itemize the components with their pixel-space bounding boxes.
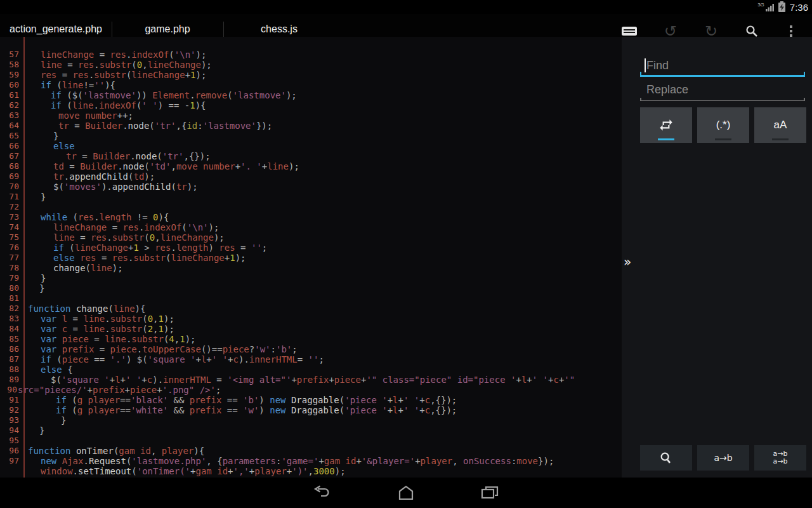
code-line: 82function change(line){ <box>0 304 622 314</box>
status-bar: 3G 7:36 <box>0 0 812 14</box>
replace-button[interactable]: a→b <box>697 445 749 471</box>
save-icon <box>621 25 638 37</box>
overflow-menu-icon <box>790 25 792 37</box>
code-line-text: else <box>23 141 622 151</box>
line-number: 81 <box>0 293 23 304</box>
code-line: 76if (lineChange+1 > res.length) res = '… <box>0 243 622 253</box>
code-line: 72 <box>0 202 622 212</box>
code-line: 83var l = line.substr(0,1); <box>0 314 622 324</box>
wrap-around-toggle[interactable] <box>640 107 692 143</box>
code-line: 65} <box>0 131 622 141</box>
find-next-button[interactable] <box>640 445 692 471</box>
code-line: 97new Ajax.Request('lastmove.php', {para… <box>0 456 622 466</box>
code-line: 93} <box>0 415 622 425</box>
line-number: 65 <box>0 131 23 141</box>
code-line: 92if (g_player=='white' && prefix == 'w'… <box>0 405 622 415</box>
line-number: 91 <box>0 395 23 405</box>
code-line-text: lineChange = res.indexOf('\n'); <box>23 50 622 60</box>
code-line-text <box>23 436 622 446</box>
code-line: 75line = res.substr(0,lineChange); <box>0 232 622 243</box>
code-line: 62if (line.indexOf(' ') == -1){ <box>0 100 622 110</box>
battery-charging-icon <box>778 3 785 12</box>
code-line-text: } <box>23 192 622 202</box>
code-line: 94} <box>0 425 622 436</box>
replace-all-button[interactable]: a→b a→b <box>754 445 806 471</box>
code-line: 79} <box>0 273 622 283</box>
code-line: 63move_number++; <box>0 110 622 121</box>
code-line-text: var prefix = piece.toUpperCase()==piece?… <box>23 344 622 354</box>
code-line-text: lineChange = res.indexOf('\n'); <box>23 222 622 232</box>
line-number: 72 <box>0 202 23 212</box>
code-line-text: window.setTimeout('onTimer('+gam_id+','+… <box>23 466 622 476</box>
line-number: 67 <box>0 151 23 161</box>
match-case-label: aA <box>774 119 787 131</box>
toggle-indicator <box>658 138 674 140</box>
line-number: 85 <box>0 334 23 344</box>
line-number: 78 <box>0 263 23 273</box>
home-button[interactable] <box>393 483 419 503</box>
code-line-text: move_number++; <box>23 110 622 121</box>
regex-label: (.*) <box>716 119 731 131</box>
code-line: 91if (g_player=='black' && prefix == 'b'… <box>0 395 622 405</box>
line-number: 60 <box>0 80 23 90</box>
code-line-text: } <box>23 131 622 141</box>
line-number: 73 <box>0 212 23 222</box>
code-line-text: var l = line.substr(0,1); <box>23 314 622 324</box>
code-line-text: } <box>23 425 622 436</box>
match-case-toggle[interactable]: aA <box>754 107 806 143</box>
back-button[interactable] <box>310 483 335 503</box>
line-number: 69 <box>0 171 23 182</box>
code-line: 87if (piece == '.') $('square_'+l+'_'+c)… <box>0 354 622 364</box>
tab-label: chess.js <box>261 23 298 35</box>
code-lines: 57lineChange = res.indexOf('\n');58line … <box>0 50 622 476</box>
panel-collapse-handle[interactable]: » <box>624 255 631 268</box>
text-cursor <box>645 58 646 72</box>
replace-input[interactable] <box>640 80 812 99</box>
tab-label: action_generate.php <box>10 23 102 35</box>
code-line: 58line = res.substr(0,lineChange); <box>0 60 622 70</box>
code-line: 59res = res.substr(lineChange+1); <box>0 70 622 80</box>
code-line-text <box>23 293 622 304</box>
signal-icon <box>766 3 775 11</box>
line-number: 64 <box>0 121 23 131</box>
line-number: 68 <box>0 161 23 171</box>
magnifier-icon <box>659 451 673 465</box>
line-number: 97 <box>0 456 23 466</box>
line-number: 77 <box>0 253 23 263</box>
code-line-text: } <box>23 415 622 425</box>
line-number: 74 <box>0 222 23 232</box>
line-number: 80 <box>0 283 23 293</box>
code-line-text: while (res.length != 0){ <box>23 212 622 222</box>
regex-toggle[interactable]: (.*) <box>697 107 749 143</box>
find-input[interactable] <box>640 56 812 75</box>
code-line-text: tr.appendChild(td); <box>23 171 622 182</box>
recents-button[interactable] <box>477 483 502 503</box>
repeat-icon <box>658 117 674 133</box>
code-line: 68td = Builder.node('td',move_number+'. … <box>0 161 622 171</box>
line-number: 82 <box>0 304 23 314</box>
line-number: 61 <box>0 90 23 100</box>
code-line: 84var c = line.substr(2,1); <box>0 324 622 334</box>
line-number: 83 <box>0 314 23 324</box>
code-line: 60if (line!=''){ <box>0 80 622 90</box>
code-line-text: new Ajax.Request('lastmove.php', {parame… <box>23 456 622 466</box>
home-icon <box>395 485 417 501</box>
code-line-text: var c = line.substr(2,1); <box>23 324 622 334</box>
code-editor[interactable]: 57lineChange = res.indexOf('\n');58line … <box>0 37 622 478</box>
code-line: 88else { <box>0 364 622 375</box>
code-line-text: line = res.substr(0,lineChange); <box>23 232 622 243</box>
line-number: 66 <box>0 141 23 151</box>
line-number: 93 <box>0 415 23 425</box>
line-number: 58 <box>0 60 23 70</box>
line-number: 92 <box>0 405 23 415</box>
code-line-text: else res = res.substr(lineChange+1); <box>23 253 622 263</box>
line-number: 75 <box>0 232 23 243</box>
find-replace-panel: (.*) aA » a→b a→b a→b <box>622 37 812 478</box>
code-line: 73while (res.length != 0){ <box>0 212 622 222</box>
code-line: 85var piece = line.substr(4,1); <box>0 334 622 344</box>
line-number: 76 <box>0 243 23 253</box>
code-line: 95 <box>0 436 622 446</box>
line-number: 71 <box>0 192 23 202</box>
code-line: 89$('square_'+l+'_'+c).innerHTML = '<img… <box>0 375 622 385</box>
toggle-indicator <box>715 138 731 140</box>
